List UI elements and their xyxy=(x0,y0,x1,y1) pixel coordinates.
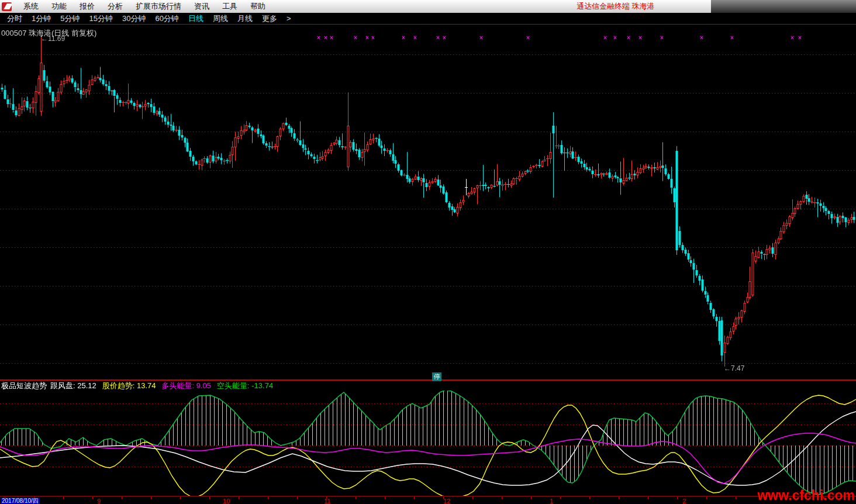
menu-bar: 系统功能报价分析扩展市场行情资讯工具帮助 通达信金融终端 珠海港 xyxy=(0,0,856,13)
menu-item-4[interactable]: 扩展市场行情 xyxy=(129,2,188,11)
app-logo-icon[interactable] xyxy=(2,2,12,11)
menu-item-5[interactable]: 资讯 xyxy=(188,2,216,11)
month-label: 11 xyxy=(324,498,330,504)
x-mark: × xyxy=(791,34,794,41)
x-mark: × xyxy=(479,34,483,41)
indicator-field-2: 多头能量: 9.05 xyxy=(162,381,212,391)
indicator-field-3: 空头能量: -13.74 xyxy=(217,381,273,391)
x-mark: × xyxy=(627,34,630,41)
month-label: 2 xyxy=(682,498,686,504)
indicator-name[interactable]: 极品短波趋势 xyxy=(1,381,47,391)
axis-tick xyxy=(151,497,151,499)
x-mark: × xyxy=(798,34,802,41)
x-mark: × xyxy=(330,34,333,41)
axis-tick xyxy=(63,497,64,499)
x-mark: × xyxy=(324,34,327,41)
indicator-fields: 跟风盘: 25.12股价趋势: 13.74多头能量: 9.05空头能量: -13… xyxy=(50,381,279,391)
axis-tick xyxy=(268,497,268,499)
x-mark: × xyxy=(443,34,446,41)
period-item-4[interactable]: 30分钟 xyxy=(118,13,150,24)
candlestick-chart-canvas[interactable] xyxy=(0,25,856,379)
month-label: 12 xyxy=(443,498,450,504)
x-mark: × xyxy=(402,34,405,41)
period-item-8[interactable]: 月线 xyxy=(233,13,257,24)
axis-tick xyxy=(619,497,619,499)
x-mark: × xyxy=(526,34,530,41)
indicator-field-1: 股价趋势: 13.74 xyxy=(102,381,156,391)
axis-tick xyxy=(648,497,648,499)
x-mark: × xyxy=(603,34,607,41)
x-mark: × xyxy=(660,34,664,41)
indicator-field-0: 跟风盘: 25.12 xyxy=(50,381,96,391)
axis-tick xyxy=(472,497,473,499)
period-item-9[interactable]: 更多 xyxy=(257,13,282,24)
indicator-chart-panel[interactable] xyxy=(0,391,856,497)
x-mark: × xyxy=(354,34,357,41)
period-item-3[interactable]: 15分钟 xyxy=(84,13,117,24)
x-mark: × xyxy=(638,34,642,41)
x-mark: × xyxy=(700,34,703,41)
axis-tick xyxy=(589,497,590,499)
menu-item-1[interactable]: 功能 xyxy=(45,2,73,11)
axis-tick xyxy=(677,497,678,499)
axis-tick xyxy=(385,497,385,499)
site-watermark: www.cfchi.com xyxy=(757,488,855,503)
axis-tick xyxy=(736,497,736,499)
axis-tick xyxy=(560,497,561,499)
period-item-0[interactable]: 分时 xyxy=(2,13,27,24)
indicator-chart-canvas[interactable] xyxy=(0,391,856,496)
period-item-1[interactable]: 1分钟 xyxy=(27,13,56,24)
x-mark: × xyxy=(436,34,440,41)
menu-item-2[interactable]: 报价 xyxy=(73,2,101,11)
x-mark: × xyxy=(613,34,617,41)
x-mark: × xyxy=(317,34,320,41)
period-item-10[interactable]: > xyxy=(282,13,296,24)
x-mark: × xyxy=(371,34,375,41)
first-bar-date: 2017/08/10/四 xyxy=(1,498,40,504)
menubar-right-shade xyxy=(711,0,856,13)
axis-tick xyxy=(706,497,707,499)
menu-item-6[interactable]: 工具 xyxy=(216,2,244,11)
axis-tick xyxy=(180,497,181,499)
menu-item-7[interactable]: 帮助 xyxy=(244,2,272,11)
menu-item-3[interactable]: 分析 xyxy=(101,2,129,11)
period-item-2[interactable]: 5分钟 xyxy=(56,13,84,24)
indicator-header: 极品短波趋势 跟风盘: 25.12股价趋势: 13.74多头能量: 9.05空头… xyxy=(0,381,856,391)
menu-items: 系统功能报价分析扩展市场行情资讯工具帮助 xyxy=(17,0,272,13)
axis-tick xyxy=(92,497,93,499)
x-mark: × xyxy=(730,34,734,41)
menu-item-0[interactable]: 系统 xyxy=(17,2,45,11)
period-item-6[interactable]: 日线 xyxy=(184,13,208,24)
low-price-annotation: ←7.47 xyxy=(724,364,744,372)
trading-halt-badge: 停 xyxy=(432,372,441,381)
month-label: 10 xyxy=(223,498,230,504)
axis-tick xyxy=(355,497,356,499)
terminal-title: 通达信金融终端 珠海港 xyxy=(577,0,655,13)
time-axis: 2017/08/10/四 910111212 xyxy=(0,497,856,504)
axis-tick xyxy=(297,497,298,499)
high-price-annotation: ←11.69 xyxy=(41,34,65,43)
x-mark: × xyxy=(413,34,417,41)
price-chart-panel[interactable]: 000507 珠海港(日线 前复权) ×××××××××××××××××××××… xyxy=(0,25,856,381)
period-item-7[interactable]: 周线 xyxy=(208,13,233,24)
axis-tick xyxy=(502,497,502,499)
axis-tick xyxy=(122,497,122,499)
month-label: 9 xyxy=(97,498,101,504)
axis-tick xyxy=(209,497,210,499)
period-toolbar: 分时1分钟5分钟15分钟30分钟60分钟日线周线月线更多> xyxy=(0,13,856,25)
axis-tick xyxy=(239,497,239,499)
month-label: 1 xyxy=(550,498,553,504)
tdx-terminal-window: { "menubar": { "items": ["系统","功能","报价",… xyxy=(0,0,856,504)
axis-tick xyxy=(531,497,531,499)
period-item-5[interactable]: 60分钟 xyxy=(150,13,183,24)
axis-tick xyxy=(414,497,415,499)
period-items: 分时1分钟5分钟15分钟30分钟60分钟日线周线月线更多> xyxy=(2,13,295,24)
x-mark: × xyxy=(365,34,369,41)
